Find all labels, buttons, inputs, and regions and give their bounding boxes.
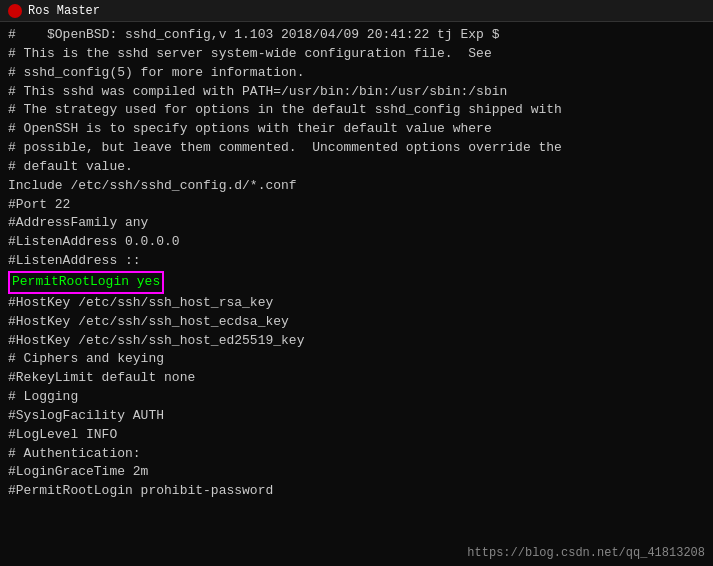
terminal-line: #LoginGraceTime 2m [8,463,705,482]
terminal-line: # OpenSSH is to specify options with the… [8,120,705,139]
terminal-line: #SyslogFacility AUTH [8,407,705,426]
terminal[interactable]: # $OpenBSD: sshd_config,v 1.103 2018/04/… [0,22,713,566]
terminal-line: # The strategy used for options in the d… [8,101,705,120]
terminal-line: #ListenAddress 0.0.0.0 [8,233,705,252]
title-bar-text: Ros Master [28,4,100,18]
terminal-line: #Port 22 [8,196,705,215]
title-bar: Ros Master [0,0,713,22]
terminal-line: # sshd_config(5) for more information. [8,64,705,83]
terminal-line: #AddressFamily any [8,214,705,233]
highlighted-command: PermitRootLogin yes [8,271,164,294]
terminal-line: #LogLevel INFO [8,426,705,445]
terminal-line: # possible, but leave them commented. Un… [8,139,705,158]
terminal-line: # Authentication: [8,445,705,464]
terminal-line: #RekeyLimit default none [8,369,705,388]
terminal-line: # default value. [8,158,705,177]
terminal-line: #HostKey /etc/ssh/ssh_host_ecdsa_key [8,313,705,332]
terminal-line: PermitRootLogin yes [8,271,705,294]
terminal-line: # Ciphers and keying [8,350,705,369]
terminal-line: #HostKey /etc/ssh/ssh_host_rsa_key [8,294,705,313]
watermark: https://blog.csdn.net/qq_41813208 [467,546,705,560]
terminal-line: Include /etc/ssh/sshd_config.d/*.conf [8,177,705,196]
terminal-line: # This is the sshd server system-wide co… [8,45,705,64]
terminal-line: # This sshd was compiled with PATH=/usr/… [8,83,705,102]
terminal-line: #ListenAddress :: [8,252,705,271]
terminal-line: #HostKey /etc/ssh/ssh_host_ed25519_key [8,332,705,351]
title-bar-icon [8,4,22,18]
terminal-line: # $OpenBSD: sshd_config,v 1.103 2018/04/… [8,26,705,45]
terminal-line: # Logging [8,388,705,407]
terminal-line: #PermitRootLogin prohibit-password [8,482,705,501]
